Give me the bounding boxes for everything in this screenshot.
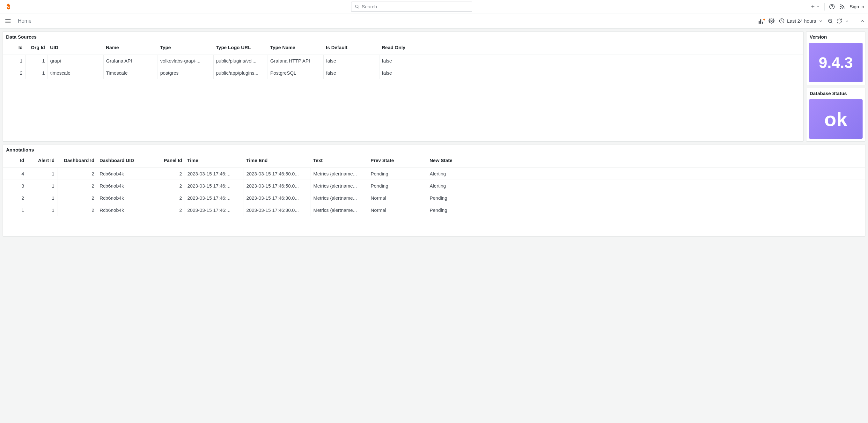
- table-cell: grapi: [48, 55, 103, 67]
- collapse-button[interactable]: [860, 19, 865, 24]
- table-header[interactable]: Org Id: [25, 41, 48, 55]
- table-cell: Rcb6nob4k: [97, 168, 156, 180]
- table-cell: timescale: [48, 67, 103, 79]
- table-cell: Grafana API: [103, 55, 158, 67]
- refresh-interval-menu[interactable]: [843, 18, 850, 25]
- panel-title[interactable]: Annotations: [3, 145, 865, 154]
- plus-icon: [810, 4, 815, 9]
- table-row[interactable]: 21timescaleTimescalepostgrespublic/app/p…: [3, 67, 803, 79]
- help-button[interactable]: [829, 4, 835, 9]
- table-cell: 2: [3, 192, 27, 204]
- table-cell: Normal: [368, 192, 427, 204]
- table-cell: volkovlabs-grapi-...: [158, 55, 213, 67]
- search-input-wrapper[interactable]: [351, 2, 472, 12]
- panel-annotations: Annotations IdAlert IdDashboard IdDashbo…: [3, 144, 865, 237]
- gear-icon: [769, 18, 775, 24]
- table-cell: public/plugins/vol...: [213, 55, 268, 67]
- table-cell: 1: [27, 204, 57, 216]
- table-header[interactable]: Time: [185, 154, 244, 168]
- dbstatus-stat: ok: [809, 99, 863, 139]
- dashboard-toolbar: Home Last 24 hours: [0, 13, 868, 29]
- table-cell: 2: [57, 204, 97, 216]
- svg-point-1: [8, 6, 9, 7]
- table-cell: PostgreSQL: [268, 67, 323, 79]
- panel-database-status: Database Status ok: [806, 88, 865, 142]
- table-row[interactable]: 11grapiGrafana APIvolkovlabs-grapi-...pu…: [3, 55, 803, 67]
- search-input[interactable]: [362, 4, 469, 9]
- table-header[interactable]: Type Name: [268, 41, 323, 55]
- table-cell: Pending: [368, 180, 427, 192]
- table-header[interactable]: Prev State: [368, 154, 427, 168]
- signin-link[interactable]: Sign in: [849, 4, 864, 9]
- svg-line-3: [358, 7, 359, 8]
- menu-icon: [4, 18, 11, 25]
- table-cell: 1: [27, 180, 57, 192]
- chevron-down-icon: [818, 19, 823, 23]
- datasources-table: IdOrg IdUIDNameTypeType Logo URLType Nam…: [3, 41, 803, 79]
- table-row[interactable]: 412Rcb6nob4k22023-03-15 17:46:...2023-03…: [3, 168, 865, 180]
- refresh-button[interactable]: [836, 18, 842, 24]
- annotations-table: IdAlert IdDashboard IdDashboard UIDPanel…: [3, 154, 865, 216]
- table-cell: false: [323, 55, 379, 67]
- table-cell: Normal: [368, 204, 427, 216]
- svg-point-7: [832, 8, 832, 8]
- table-header[interactable]: Panel Id: [156, 154, 185, 168]
- table-header[interactable]: Is Default: [323, 41, 379, 55]
- table-cell: Pending: [427, 204, 865, 216]
- table-header[interactable]: Id: [3, 41, 25, 55]
- table-cell: Alerting: [427, 180, 865, 192]
- table-cell: Rcb6nob4k: [97, 192, 156, 204]
- table-header[interactable]: Id: [3, 154, 27, 168]
- settings-button[interactable]: [769, 18, 775, 24]
- table-header[interactable]: Time End: [244, 154, 311, 168]
- zoom-out-button[interactable]: [828, 18, 833, 24]
- table-header[interactable]: Type: [158, 41, 213, 55]
- table-cell: 1: [27, 168, 57, 180]
- dashboard-grid: Data Sources IdOrg IdUIDNameTypeType Log…: [0, 29, 868, 239]
- svg-point-8: [840, 8, 841, 9]
- table-cell: 2023-03-15 17:46:50.0...: [244, 180, 311, 192]
- table-header[interactable]: Type Logo URL: [213, 41, 268, 55]
- table-cell: Metrics {alertname...: [311, 168, 368, 180]
- panel-title[interactable]: Data Sources: [3, 32, 803, 41]
- rss-icon: [839, 4, 845, 9]
- table-cell: Pending: [368, 168, 427, 180]
- table-row[interactable]: 112Rcb6nob4k22023-03-15 17:46:...2023-03…: [3, 204, 865, 216]
- table-cell: Metrics {alertname...: [311, 192, 368, 204]
- table-header[interactable]: Read Only: [379, 41, 803, 55]
- table-row[interactable]: 212Rcb6nob4k22023-03-15 17:46:...2023-03…: [3, 192, 865, 204]
- table-cell: Grafana HTTP API: [268, 55, 323, 67]
- table-header[interactable]: Alert Id: [27, 154, 57, 168]
- table-cell: 2023-03-15 17:46:50.0...: [244, 168, 311, 180]
- table-header[interactable]: Name: [103, 41, 158, 55]
- app-logo[interactable]: [4, 2, 13, 11]
- breadcrumb[interactable]: Home: [18, 18, 32, 24]
- table-cell: Rcb6nob4k: [97, 180, 156, 192]
- panel-title[interactable]: Database Status: [806, 88, 865, 98]
- table-cell: Rcb6nob4k: [97, 204, 156, 216]
- svg-point-2: [355, 5, 358, 8]
- timerange-label: Last 24 hours: [787, 18, 816, 24]
- table-cell: Metrics {alertname...: [311, 204, 368, 216]
- table-header[interactable]: Text: [311, 154, 368, 168]
- table-cell: 2023-03-15 17:46:...: [185, 180, 244, 192]
- table-row[interactable]: 312Rcb6nob4k22023-03-15 17:46:...2023-03…: [3, 180, 865, 192]
- table-cell: 4: [3, 168, 27, 180]
- table-cell: Metrics {alertname...: [311, 180, 368, 192]
- table-cell: 2023-03-15 17:46:30.0...: [244, 192, 311, 204]
- add-menu[interactable]: [810, 4, 820, 9]
- table-cell: 2: [156, 204, 185, 216]
- panel-title[interactable]: Version: [806, 32, 865, 41]
- add-panel-button[interactable]: [758, 18, 765, 24]
- panel-version: Version 9.4.3: [806, 31, 865, 85]
- menu-toggle[interactable]: [3, 16, 13, 26]
- table-header[interactable]: Dashboard UID: [97, 154, 156, 168]
- table-header[interactable]: Dashboard Id: [57, 154, 97, 168]
- chevron-down-icon: [845, 19, 849, 23]
- table-cell: 3: [3, 180, 27, 192]
- table-header[interactable]: New State: [427, 154, 865, 168]
- news-button[interactable]: [839, 4, 845, 9]
- table-header[interactable]: UID: [48, 41, 103, 55]
- chevron-up-icon: [860, 19, 865, 24]
- timerange-picker[interactable]: Last 24 hours: [778, 16, 824, 26]
